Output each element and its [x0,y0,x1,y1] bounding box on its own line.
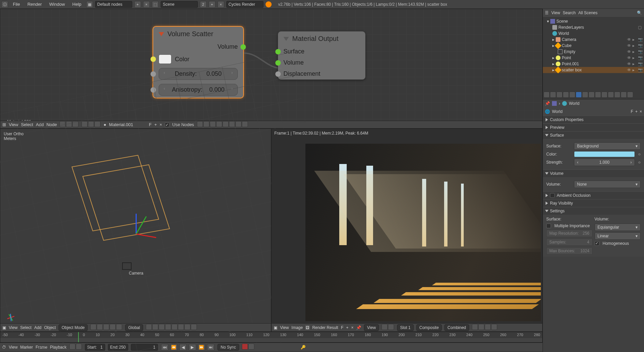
layers-icons[interactable] [146,324,197,331]
outliner-filter-dropdown[interactable]: All Scenes [578,10,634,15]
timeline-tick: 150 [314,333,320,337]
scene-icon [552,101,557,106]
3d-add-menu[interactable]: Add [34,325,41,330]
3d-object-menu[interactable]: Object [44,325,56,330]
3d-select-menu[interactable]: Select [20,325,31,330]
img-remove-button[interactable]: × [351,325,353,330]
socket-out-volume[interactable]: Volume [153,41,243,52]
outliner-view-menu[interactable]: View [551,10,560,15]
pass-dropdown[interactable]: Composite [416,324,442,331]
panel-settings[interactable]: Settings [543,207,644,215]
socket-gray-icon[interactable] [151,71,156,77]
socket-green-icon[interactable] [240,44,246,50]
editor-type-icon[interactable]: ☰ [545,10,549,15]
color-connector-icon[interactable]: ○ [638,152,641,157]
tree-empty[interactable]: Empty👁▸📷 [543,49,644,55]
fake-user-button[interactable]: F [631,109,633,114]
tree-point[interactable]: ▸Point👁▸📷 [543,55,644,61]
menu-render[interactable]: Render [25,1,45,8]
socket-yellow-icon[interactable] [151,56,156,62]
channel-icons[interactable] [472,324,498,331]
pin-icon[interactable]: 📌 [356,325,361,330]
panel-custom-properties[interactable]: Custom Properties [543,116,644,123]
strength-slider[interactable]: ‹1.000› [574,159,635,166]
properties-editor[interactable]: 📌 › World 🌐 World F + × Custom Propertie… [543,99,644,352]
3d-viewport[interactable]: User Ortho Meters Camera (1) scatter box… [0,128,271,332]
img-view-menu[interactable]: View [280,325,289,330]
layout-remove-button[interactable]: × [143,1,150,8]
image-editor[interactable]: Frame:1 | Time:02:39.02 | Mem:2.19M, Pea… [271,128,543,332]
scene-add-button[interactable]: + [209,1,215,8]
layer-dropdown[interactable]: Combined [444,324,469,331]
menu-window[interactable]: Window [47,1,68,8]
world-color-field[interactable] [574,151,635,157]
panel-rayvis[interactable]: Ray Visibility [543,199,644,207]
screen-layout-icon[interactable]: ▦ [86,1,93,8]
menu-help[interactable]: Help [70,1,84,8]
gizmo-z-axis[interactable] [136,214,137,234]
panel-preview[interactable]: Preview [543,123,644,131]
node-title[interactable]: Volume Scatter [153,27,243,41]
mode-dropdown[interactable]: Object Mode [59,324,88,331]
collapse-icon[interactable] [159,32,164,36]
display-mode-dropdown[interactable]: View [364,324,379,331]
node-title[interactable]: Material Output [278,31,365,46]
layout-add-button[interactable]: + [134,1,141,8]
world-add-button[interactable]: + [635,109,638,114]
strength-connector-icon[interactable]: ○ [638,160,641,165]
world-name-field[interactable]: World [552,109,629,114]
fake-user-button[interactable]: F [341,325,343,330]
volume-sampling-dropdown[interactable]: Equiangular▾ [595,224,641,231]
image-icon[interactable]: 🖼 [305,325,309,330]
orientation-dropdown[interactable]: Global [125,324,143,331]
menu-file[interactable]: File [10,1,23,8]
tree-world[interactable]: World [543,30,644,37]
image-name-field[interactable]: Render Result [312,325,338,330]
outliner[interactable]: ☰ View Search All Scenes 🔍 ▾Scene Render… [543,9,644,99]
outliner-tree[interactable]: ▾Scene RenderLayers▢ World ▸Camera👁▸📷 ▸C… [543,17,644,91]
volume-shader-dropdown[interactable]: None▾ [574,181,641,188]
socket-green-icon[interactable] [275,49,281,54]
tree-scatter-box[interactable]: ▸scatter box👁▸📷 [543,67,644,73]
world-remove-button[interactable]: × [640,109,642,114]
homogeneous-checkbox[interactable] [595,241,599,246]
tree-renderlayers[interactable]: RenderLayers▢ [543,24,644,30]
tree-point001[interactable]: ▸Point.001👁▸📷 [543,61,644,67]
render-engine-dropdown[interactable]: Cycles Render [226,1,263,8]
playhead-marker[interactable] [78,332,79,342]
outliner-search-menu[interactable]: Search [563,10,576,15]
pin-icon[interactable]: 📌 [545,101,550,106]
img-image-menu[interactable]: Image [292,325,303,330]
world-icon[interactable]: 🌐 [545,109,550,114]
editor-type-icon[interactable]: ▣ [274,325,277,330]
img-nav-icons[interactable] [382,324,394,331]
key-insert-icon[interactable]: 🔑 [301,345,306,350]
scene-remove-button[interactable]: × [217,1,224,8]
blender-icon[interactable]: ⓘ [1,1,8,8]
slot-dropdown[interactable]: Slot 1 [397,324,414,331]
ao-checkbox[interactable] [550,193,555,198]
panel-surface[interactable]: Surface [543,131,644,139]
tree-camera[interactable]: ▸Camera👁▸📷 [543,37,644,43]
3d-view-menu[interactable]: View [9,325,18,330]
screen-layout-field[interactable]: Default nodes [95,1,132,8]
timeline[interactable]: -50-40-30-20-100102030405060708090100110… [0,332,543,343]
img-add-button[interactable]: + [346,325,348,330]
color-swatch[interactable] [159,54,171,64]
collapse-icon[interactable] [283,37,289,41]
panel-volume[interactable]: Volume [543,169,644,177]
socket-color[interactable]: Color [153,52,243,66]
volume-interp-dropdown[interactable]: Linear▾ [595,232,641,240]
multi-importance-checkbox[interactable] [546,224,551,228]
scene-field[interactable]: Scene [161,1,198,8]
surface-shader-dropdown[interactable]: Background▾ [574,142,641,150]
shading-icons[interactable] [90,324,122,331]
timeline-ruler[interactable]: -50-40-30-20-100102030405060708090100110… [0,332,542,338]
scene-icon[interactable]: ⬚ [152,1,159,8]
outliner-footer-icons[interactable] [543,91,644,99]
panel-ao[interactable]: Ambient Occlusion [543,191,644,199]
tree-scene[interactable]: ▾Scene [543,18,644,24]
search-icon[interactable]: 🔍 [637,10,642,15]
editor-type-icon[interactable]: ▣ [2,325,6,330]
tree-cube[interactable]: ▸Cube👁▸📷 [543,43,644,49]
